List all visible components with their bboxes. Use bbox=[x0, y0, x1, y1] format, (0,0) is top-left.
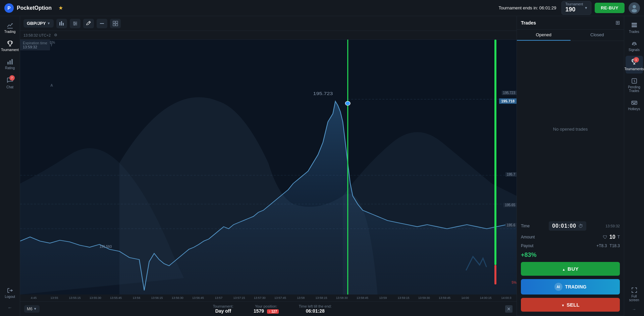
settings-gear-icon[interactable]: ⚙ bbox=[54, 33, 57, 37]
amount-input[interactable]: 🛡 10 T bbox=[535, 234, 620, 240]
svg-text:P: P bbox=[7, 5, 10, 11]
right-sidebar-item-fullscreen[interactable]: Full screen bbox=[626, 284, 643, 305]
favorite-star-icon[interactable]: ★ bbox=[58, 5, 63, 11]
time-left-label: Time left till the end: bbox=[299, 304, 332, 308]
svg-rect-38 bbox=[635, 102, 636, 103]
svg-rect-6 bbox=[11, 59, 13, 64]
trades-title: Trades bbox=[521, 20, 615, 26]
price-label-high: 195.723 bbox=[502, 91, 517, 95]
svg-rect-39 bbox=[633, 103, 636, 104]
tab-closed[interactable]: Closed bbox=[571, 30, 624, 41]
sidebar-scroll-left[interactable]: ← bbox=[8, 303, 12, 313]
expiration-info: 13:59:32 bbox=[605, 224, 620, 228]
chart-settings-btn[interactable] bbox=[70, 19, 80, 28]
payout-pct: +83% bbox=[521, 252, 537, 259]
rebuy-button[interactable]: RE-BUY bbox=[595, 3, 625, 13]
chart-type-bar-btn[interactable] bbox=[56, 19, 67, 28]
chart-timestamp: 13:58:32 UTC+2 bbox=[23, 33, 51, 37]
progress-bar-wrap bbox=[494, 40, 496, 284]
tournament-dropdown[interactable]: Tournament 190 ▼ bbox=[561, 1, 591, 15]
signals-icon bbox=[631, 40, 638, 47]
progress-bar-red bbox=[494, 265, 496, 284]
amount-value: 10 bbox=[609, 234, 615, 240]
sidebar-item-tournament[interactable]: Tournament bbox=[1, 38, 19, 54]
watermark bbox=[463, 253, 490, 274]
svg-rect-30 bbox=[632, 23, 637, 24]
pending-trades-icon bbox=[631, 78, 638, 84]
time-label: Time bbox=[521, 224, 530, 228]
sidebar-item-trading[interactable]: Trading bbox=[1, 19, 19, 36]
tournament-number: 190 bbox=[565, 6, 583, 13]
line-tool-btn[interactable] bbox=[97, 19, 107, 28]
expiration-time-display[interactable]: 00:01:00 ⏱ bbox=[549, 221, 586, 231]
right-sidebar-label-tournaments: Tournaments bbox=[625, 67, 644, 71]
expiration-panel-label: Expiration time bbox=[23, 41, 47, 45]
svg-point-3 bbox=[632, 9, 637, 12]
sidebar-label-tournament: Tournament bbox=[1, 48, 19, 52]
position-bar-value: 1579 ↑127 bbox=[254, 308, 279, 314]
ai-trading-button[interactable]: AI TRADING bbox=[521, 279, 620, 295]
symbol-chevron-icon: ▼ bbox=[47, 21, 50, 25]
logo: P PocketOption bbox=[4, 3, 52, 13]
timeframe-selector[interactable]: M6 ▼ bbox=[24, 305, 40, 313]
tournaments-badge: 1 bbox=[634, 57, 639, 62]
svg-point-33 bbox=[634, 45, 635, 46]
trades-tabs: Opened Closed bbox=[517, 30, 624, 41]
svg-rect-8 bbox=[59, 22, 60, 26]
svg-rect-31 bbox=[632, 25, 637, 26]
symbol-selector[interactable]: GBP/JPY ▼ bbox=[23, 19, 54, 28]
chart-area: GBP/JPY ▼ bbox=[20, 16, 517, 316]
draw-tool-btn[interactable] bbox=[83, 19, 94, 28]
expiration-panel: Expiration time 13:59:32 bbox=[20, 40, 50, 50]
right-sidebar-label-fullscreen: Full screen bbox=[627, 295, 642, 302]
tournament-ends-label: Tournament ends in: 06:01:29 bbox=[498, 5, 556, 10]
hotkeys-icon bbox=[631, 99, 638, 106]
right-sidebar-item-trades[interactable]: Trades bbox=[626, 19, 643, 36]
svg-rect-36 bbox=[632, 102, 633, 103]
svg-rect-10 bbox=[63, 23, 64, 26]
grid-icon bbox=[113, 21, 118, 26]
right-sidebar-item-pending[interactable]: Pending Trades bbox=[626, 75, 643, 95]
payout-raw: +T8.3 bbox=[596, 243, 607, 248]
sidebar-item-logout[interactable]: Logout bbox=[1, 284, 19, 301]
right-sidebar-label-pending: Pending Trades bbox=[627, 85, 642, 93]
sidebar-label-trading: Trading bbox=[4, 30, 16, 34]
sell-button[interactable]: SELL bbox=[521, 298, 620, 312]
logout-icon bbox=[7, 287, 13, 294]
right-sidebar-item-signals[interactable]: Signals bbox=[626, 38, 643, 54]
pencil-icon bbox=[86, 21, 91, 26]
chart-info-bar: 13:58:32 UTC+2 ⚙ bbox=[20, 31, 517, 40]
close-bar-button[interactable]: ✕ bbox=[505, 305, 513, 313]
position-bar-label: Your position: bbox=[254, 304, 279, 308]
no-trades-message: No opened trades bbox=[517, 41, 624, 217]
svg-rect-37 bbox=[634, 102, 635, 103]
sidebar-item-chat[interactable]: 7 Chat bbox=[1, 74, 19, 92]
grid-view-btn[interactable] bbox=[110, 19, 121, 28]
svg-point-24 bbox=[345, 101, 350, 105]
sidebar-item-rating[interactable]: Rating bbox=[1, 56, 19, 73]
expiration-panel-time: 13:59:32 bbox=[23, 45, 47, 49]
price-chart-svg: 195.723 bbox=[20, 40, 517, 295]
ai-icon: AI bbox=[554, 283, 562, 291]
right-sidebar-item-tournaments[interactable]: 1 Tournaments bbox=[626, 56, 643, 74]
chart-toolbar: GBP/JPY ▼ bbox=[20, 16, 517, 31]
right-sidebar-label-hotkeys: Hotkeys bbox=[628, 107, 640, 111]
payout-label: Payout bbox=[521, 243, 533, 248]
tournament-info-bar: Tournament: Day off Your position: 1579 … bbox=[42, 304, 502, 314]
tab-opened[interactable]: Opened bbox=[517, 30, 571, 41]
price-label-1: 195.7 bbox=[505, 172, 517, 177]
user-avatar[interactable] bbox=[629, 2, 640, 14]
buy-arrow-up-icon bbox=[562, 266, 566, 272]
progress-bar-fill bbox=[494, 40, 496, 265]
right-sidebar-item-hotkeys[interactable]: Hotkeys bbox=[626, 97, 643, 114]
amount-label: Amount bbox=[521, 235, 535, 239]
expiration-time-value: 00:01:00 bbox=[552, 223, 576, 229]
tournament-bar-value: Day off bbox=[213, 308, 233, 314]
buy-button[interactable]: BUY bbox=[521, 262, 620, 276]
chart-bottom-bar: M6 ▼ Tournament: Day off Your position: … bbox=[20, 301, 517, 316]
svg-point-2 bbox=[633, 5, 636, 8]
sidebar-scroll-right[interactable]: → bbox=[632, 306, 636, 313]
trades-settings-button[interactable]: ⊞ bbox=[615, 19, 620, 26]
svg-rect-21 bbox=[116, 24, 118, 26]
time-row: Time 00:01:00 ⏱ 13:59:32 bbox=[521, 221, 620, 231]
